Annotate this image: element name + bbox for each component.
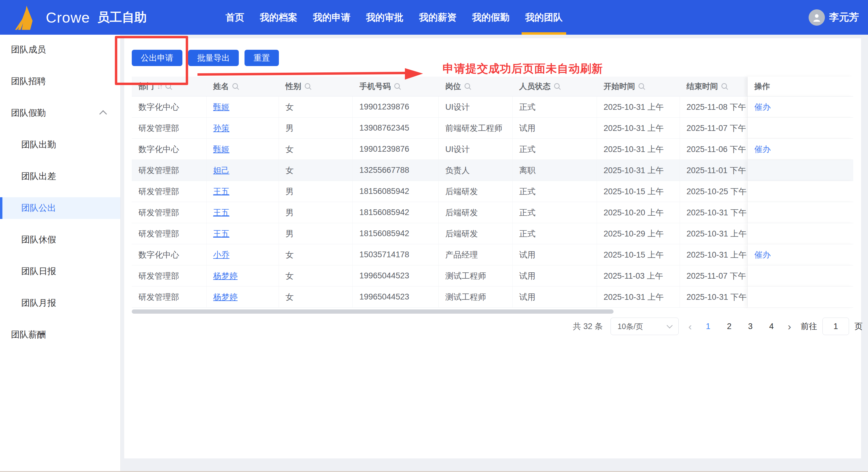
sidebar-item-0[interactable]: 团队成员 — [0, 39, 120, 61]
employee-name-link[interactable]: 杨梦婷 — [213, 292, 238, 302]
sidebar-subitem-2-4[interactable]: 团队日报 — [0, 261, 120, 282]
page-size-select[interactable]: 10条/页 — [611, 318, 679, 335]
cell-start: 2025-10-20 上午 — [597, 202, 680, 223]
cell-dept: 数字化中心 — [132, 244, 207, 265]
employee-name-link[interactable]: 王五 — [213, 207, 229, 218]
cell-status: 正式 — [513, 202, 597, 223]
column-label: 性别 — [285, 81, 301, 92]
employee-name-link[interactable]: 甄姬 — [213, 101, 229, 113]
employee-name-link[interactable]: 杨梦婷 — [213, 270, 238, 282]
app-window: Crowe 员工自助 首页我的档案我的申请我的审批我的薪资我的假勤我的团队 李元… — [0, 0, 868, 472]
page-size-value: 10条/页 — [617, 322, 643, 331]
cell-gender: 女 — [279, 139, 353, 160]
cell-start: 2025-10-31 上午 — [597, 118, 680, 139]
cell-post: 前端研发工程师 — [439, 118, 513, 139]
cell-gender: 女 — [279, 265, 353, 287]
next-page-button[interactable]: › — [786, 321, 793, 332]
search-icon[interactable] — [232, 83, 240, 90]
sidebar-subitem-2-3[interactable]: 团队休假 — [0, 229, 120, 250]
search-icon[interactable] — [638, 83, 646, 90]
urge-action-link[interactable]: 催办 — [754, 249, 771, 260]
toolbar-button-2[interactable]: 重置 — [245, 50, 279, 66]
urge-action-link[interactable]: 催办 — [754, 101, 771, 113]
cell-phone: 18156085942 — [353, 202, 439, 223]
cell-phone: 13255667788 — [353, 160, 439, 181]
table-row-1: 研发管理部孙策男13908762345前端研发工程师试用2025-10-31 上… — [132, 118, 853, 139]
cell-post: UI设计 — [439, 139, 513, 160]
page-number-4[interactable]: 4 — [765, 322, 778, 331]
scrollbar-thumb[interactable] — [132, 309, 614, 314]
prev-page-button[interactable]: ‹ — [686, 321, 693, 332]
search-icon[interactable] — [721, 83, 729, 90]
cell-gender: 女 — [279, 160, 353, 181]
cell-dept: 研发管理部 — [132, 181, 207, 202]
cell-action — [748, 223, 853, 244]
pagination: 共 32 条10条/页‹1234›前往页 — [132, 318, 863, 335]
brand-product: 员工自助 — [97, 9, 147, 26]
page-number-3[interactable]: 3 — [744, 322, 757, 331]
sidebar-subitem-2-1[interactable]: 团队出差 — [0, 166, 120, 187]
employee-name-link[interactable]: 妲己 — [213, 165, 229, 176]
cell-end: 2025-10-25 下午 — [680, 181, 748, 202]
goto-page-input[interactable] — [823, 318, 849, 335]
search-icon[interactable] — [394, 83, 402, 90]
table-row-8: 研发管理部杨梦婷女19965044523测试工程师试用2025-11-03 上午… — [132, 265, 853, 287]
employee-name-link[interactable]: 孙策 — [213, 123, 229, 134]
cell-end: 2025-11-06 下午 — [680, 139, 748, 160]
page-number-2[interactable]: 2 — [723, 322, 736, 331]
employee-name-link[interactable]: 小乔 — [213, 249, 229, 260]
cell-action — [748, 181, 853, 202]
cell-name: 妲己 — [207, 160, 279, 181]
sidebar-item-1[interactable]: 团队招聘 — [0, 70, 120, 92]
cell-dept: 数字化中心 — [132, 96, 207, 118]
search-icon[interactable] — [304, 83, 312, 90]
top-header: Crowe 员工自助 首页我的档案我的申请我的审批我的薪资我的假勤我的团队 李元… — [0, 0, 868, 35]
cell-end: 2025-10-31 下午 — [680, 287, 748, 307]
page-number-1[interactable]: 1 — [702, 322, 715, 331]
cell-phone: 19901239876 — [353, 139, 439, 160]
cell-action — [748, 265, 853, 287]
nav-item-5[interactable]: 我的假勤 — [464, 0, 517, 35]
sidebar-item-2[interactable]: 团队假勤 — [0, 102, 120, 124]
cell-gender: 男 — [279, 181, 353, 202]
urge-action-link[interactable]: 催办 — [754, 144, 771, 155]
nav-item-6[interactable]: 我的团队 — [517, 0, 570, 35]
sidebar-subitem-2-0[interactable]: 团队出勤 — [0, 134, 120, 156]
nav-item-2[interactable]: 我的申请 — [305, 0, 358, 35]
column-header-post: 岗位 — [439, 77, 513, 96]
column-header-end: 结束时间 — [680, 77, 748, 96]
table-row-7: 数字化中心小乔女15035714178产品经理试用2025-10-15 上午20… — [132, 244, 853, 265]
cell-end: 2025-11-01 下午 — [680, 160, 748, 181]
nav-item-4[interactable]: 我的薪资 — [411, 0, 464, 35]
cell-post: UI设计 — [439, 96, 513, 118]
cell-phone: 13908762345 — [353, 118, 439, 139]
cell-post: 后端研发 — [439, 223, 513, 244]
cell-end: 2025-11-08 下午 — [680, 96, 748, 118]
sidebar-subitem-2-5[interactable]: 团队月报 — [0, 292, 120, 314]
employee-name-link[interactable]: 王五 — [213, 228, 229, 239]
sidebar-item-3[interactable]: 团队薪酬 — [0, 324, 120, 346]
cell-status: 离职 — [513, 160, 597, 181]
employee-name-link[interactable]: 王五 — [213, 186, 229, 197]
toolbar-button-1[interactable]: 批量导出 — [188, 50, 239, 66]
cell-status: 正式 — [513, 181, 597, 202]
nav-item-0[interactable]: 首页 — [218, 0, 252, 35]
horizontal-scrollbar — [132, 309, 853, 314]
nav-item-3[interactable]: 我的审批 — [358, 0, 411, 35]
search-icon[interactable] — [554, 83, 561, 90]
cell-post: 产品经理 — [439, 244, 513, 265]
brand-name: Crowe — [46, 9, 90, 26]
cell-status: 正式 — [513, 96, 597, 118]
cell-dept: 研发管理部 — [132, 223, 207, 244]
column-label: 开始时间 — [603, 81, 635, 92]
cell-name: 王五 — [207, 223, 279, 244]
cell-dept: 研发管理部 — [132, 265, 207, 287]
column-header-action: 操作 — [748, 77, 853, 96]
sidebar-subitem-2-2[interactable]: 团队公出 — [0, 197, 120, 219]
cell-action: 催办 — [748, 139, 853, 160]
user-box[interactable]: 李元芳 — [809, 0, 859, 35]
employee-name-link[interactable]: 甄姬 — [213, 144, 229, 155]
search-icon[interactable] — [464, 83, 472, 90]
cell-phone: 19901239876 — [353, 96, 439, 118]
nav-item-1[interactable]: 我的档案 — [252, 0, 305, 35]
